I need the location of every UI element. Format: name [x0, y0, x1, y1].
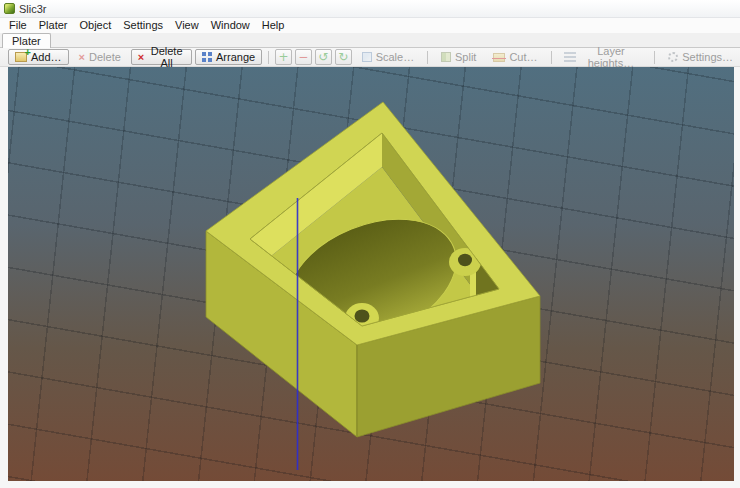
arrange-button[interactable]: Arrange	[195, 49, 262, 65]
delete-all-button[interactable]: × Delete All	[131, 49, 192, 65]
3d-viewport[interactable]	[8, 67, 734, 481]
scale-icon	[362, 52, 372, 62]
slic3r-logo-icon	[4, 3, 15, 14]
add-button[interactable]: Add…	[8, 49, 69, 65]
add-button-label: Add…	[31, 51, 62, 63]
minus-icon: −	[298, 51, 308, 63]
rotate-ccw-icon: ↺	[318, 51, 328, 63]
plus-icon: +	[278, 51, 288, 63]
split-button[interactable]: Split	[434, 49, 483, 65]
screw-hole-right	[458, 254, 472, 266]
cut-button[interactable]: Cut…	[486, 49, 544, 65]
settings-button[interactable]: Settings…	[661, 49, 740, 65]
scale-button[interactable]: Scale…	[355, 49, 422, 65]
screw-hole-front	[355, 309, 370, 322]
layer-heights-icon	[564, 52, 576, 62]
window-title: Slic3r	[19, 3, 47, 15]
menu-window[interactable]: Window	[205, 18, 256, 33]
scale-button-label: Scale…	[376, 51, 415, 63]
slic3r-window: Slic3r File Plater Object Settings View …	[0, 0, 740, 488]
rotate-cw-icon: ↻	[338, 51, 348, 63]
layer-heights-button[interactable]: Layer heights…	[557, 49, 648, 65]
menu-file[interactable]: File	[3, 18, 33, 33]
viewport-frame	[0, 67, 740, 488]
delete-cross-icon: ×	[79, 52, 85, 62]
menu-object[interactable]: Object	[73, 18, 117, 33]
settings-button-label: Settings…	[682, 51, 733, 63]
toolbar-separator	[427, 51, 428, 64]
model-3d-object[interactable]	[8, 67, 734, 481]
add-box-icon	[15, 52, 27, 62]
settings-gear-icon	[668, 52, 678, 62]
split-icon	[441, 52, 451, 62]
layer-heights-button-label: Layer heights…	[580, 45, 641, 69]
more-copies-button[interactable]: +	[275, 49, 292, 65]
toolbar-separator	[551, 51, 552, 64]
fewer-copies-button[interactable]: −	[295, 49, 312, 65]
rotate-ccw-button[interactable]: ↺	[315, 49, 332, 65]
toolbar-separator	[268, 51, 269, 64]
arrange-button-label: Arrange	[216, 51, 255, 63]
delete-all-button-label: Delete All	[148, 45, 185, 69]
delete-button[interactable]: × Delete	[72, 49, 128, 65]
split-button-label: Split	[455, 51, 476, 63]
cut-icon	[493, 53, 505, 62]
toolbar-separator	[654, 51, 655, 64]
delete-button-label: Delete	[89, 51, 121, 63]
menu-view[interactable]: View	[169, 18, 205, 33]
rotate-cw-button[interactable]: ↻	[335, 49, 352, 65]
arrange-grid-icon	[202, 52, 212, 62]
menu-plater[interactable]: Plater	[33, 18, 74, 33]
menu-help[interactable]: Help	[256, 18, 291, 33]
titlebar[interactable]: Slic3r	[0, 0, 740, 18]
toolbar: Add… × Delete × Delete All Arrange + − ↺…	[0, 48, 740, 67]
delete-all-cross-icon: ×	[138, 52, 144, 62]
menubar: File Plater Object Settings View Window …	[0, 18, 740, 33]
cut-button-label: Cut…	[509, 51, 537, 63]
menu-settings[interactable]: Settings	[117, 18, 169, 33]
